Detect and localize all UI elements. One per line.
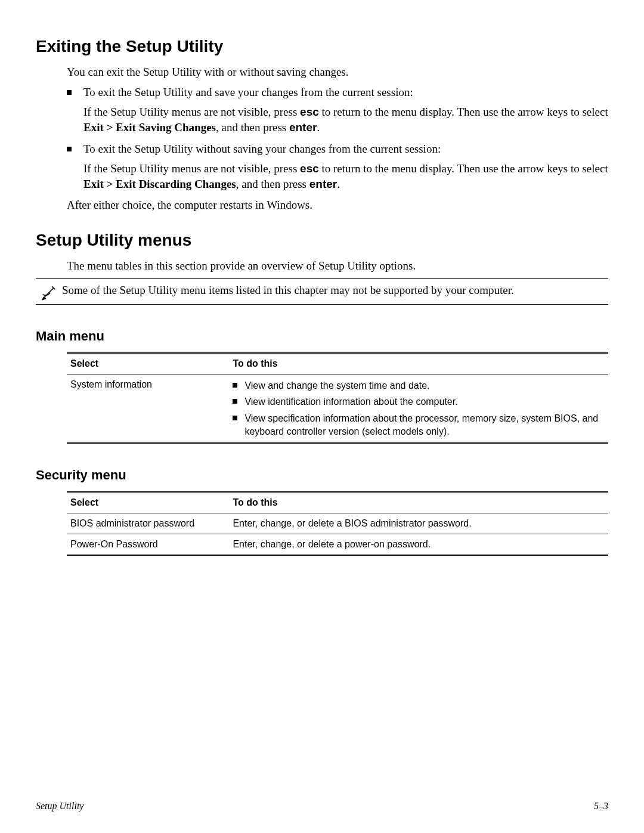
heading-exiting-setup-utility: Exiting the Setup Utility — [36, 37, 608, 56]
cell-todo: Enter, change, or delete a BIOS administ… — [229, 513, 608, 534]
text-fragment: If the Setup Utility menus are not visib… — [83, 162, 300, 175]
exit-bullet-save: To exit the Setup Utility and save your … — [67, 85, 608, 135]
footer-section-title: Setup Utility — [36, 801, 83, 812]
exit-after-paragraph: After either choice, the computer restar… — [67, 197, 608, 213]
page: Exiting the Setup Utility You can exit t… — [0, 0, 644, 833]
text-fragment: . — [337, 178, 340, 190]
text-fragment: If the Setup Utility menus are not visib… — [83, 106, 300, 118]
keycap-esc: esc — [300, 162, 319, 175]
th-todo: To do this — [229, 492, 608, 513]
list-item: View specification information about the… — [233, 412, 605, 438]
heading-setup-utility-menus: Setup Utility menus — [36, 231, 608, 250]
page-footer: Setup Utility 5–3 — [36, 801, 608, 812]
note-rule-bottom — [36, 304, 608, 305]
keycap-esc: esc — [300, 106, 319, 118]
exit-bullet-save-detail: If the Setup Utility menus are not visib… — [83, 104, 608, 135]
exit-section-body: You can exit the Setup Utility with or w… — [36, 64, 608, 213]
text-fragment: to return to the menu display. Then use … — [319, 106, 608, 118]
th-select: Select — [67, 353, 229, 374]
main-menu-table: Select To do this System information Vie… — [67, 352, 608, 444]
menu-path-exit-discarding: Exit > Exit Discarding Changes — [83, 178, 236, 190]
note-block: Some of the Setup Utility menu items lis… — [36, 278, 608, 305]
menus-intro-paragraph: The menu tables in this section provide … — [67, 258, 608, 274]
list-item: View and change the system time and date… — [233, 379, 605, 392]
text-fragment: , and then press — [236, 178, 309, 190]
th-select: Select — [67, 492, 229, 513]
cell-todo: Enter, change, or delete a power-on pass… — [229, 534, 608, 556]
note-text: Some of the Setup Utility menu items lis… — [62, 283, 608, 301]
heading-main-menu: Main menu — [36, 329, 608, 344]
text-fragment: . — [317, 121, 320, 134]
table-row: System information View and change the s… — [67, 374, 608, 443]
table-header-row: Select To do this — [67, 492, 608, 513]
note-icon — [36, 283, 62, 301]
th-todo: To do this — [229, 353, 608, 374]
exit-intro-paragraph: You can exit the Setup Utility with or w… — [67, 64, 608, 80]
table-row: Power-On Password Enter, change, or dele… — [67, 534, 608, 556]
cell-select: System information — [67, 374, 229, 443]
footer-page-number: 5–3 — [594, 801, 608, 812]
list-item: View identification information about th… — [233, 395, 605, 408]
exit-bullet-save-text: To exit the Setup Utility and save your … — [83, 86, 413, 98]
heading-security-menu: Security menu — [36, 467, 608, 483]
exit-bullet-discard-text: To exit the Setup Utility without saving… — [83, 143, 441, 155]
cell-select: BIOS administrator password — [67, 513, 229, 534]
menu-path-exit-saving: Exit > Exit Saving Changes — [83, 121, 216, 134]
cell-bullet-list: View and change the system time and date… — [233, 379, 605, 438]
note-rule-top — [36, 278, 608, 279]
table-header-row: Select To do this — [67, 353, 608, 374]
security-menu-table: Select To do this BIOS administrator pas… — [67, 491, 608, 556]
exit-bullet-discard: To exit the Setup Utility without saving… — [67, 141, 608, 192]
keycap-enter: enter — [309, 178, 337, 190]
table-row: BIOS administrator password Enter, chang… — [67, 513, 608, 534]
cell-select: Power-On Password — [67, 534, 229, 556]
text-fragment: , and then press — [216, 121, 289, 134]
exit-bullets: To exit the Setup Utility and save your … — [67, 85, 608, 192]
exit-bullet-discard-detail: If the Setup Utility menus are not visib… — [83, 161, 608, 191]
text-fragment: to return to the menu display. Then use … — [319, 162, 608, 175]
keycap-enter: enter — [289, 121, 317, 134]
menus-intro-wrap: The menu tables in this section provide … — [36, 258, 608, 274]
cell-todo: View and change the system time and date… — [229, 374, 608, 443]
pencil-note-icon — [41, 284, 57, 301]
